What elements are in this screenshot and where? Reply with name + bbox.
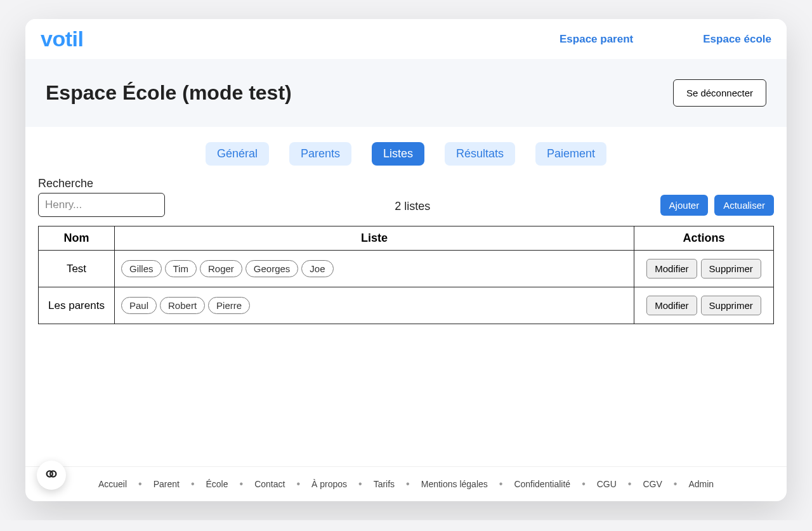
top-links: Espace parent Espace école xyxy=(560,33,771,46)
footer-separator: • xyxy=(669,478,683,490)
edit-button[interactable]: Modifier xyxy=(646,259,697,279)
row-members: PaulRobertPierre xyxy=(115,287,634,324)
footer-link[interactable]: À propos xyxy=(311,479,347,489)
member-chip: Georges xyxy=(246,260,299,277)
search-block: Recherche xyxy=(38,177,165,217)
tab-parents[interactable]: Parents xyxy=(289,142,351,166)
col-header-actions: Actions xyxy=(634,226,774,251)
controls-row: Recherche 2 listes Ajouter Actualiser xyxy=(25,177,787,226)
footer-separator: • xyxy=(353,478,367,490)
member-chip: Paul xyxy=(121,297,157,314)
col-header-list: Liste xyxy=(115,226,634,251)
footer-link[interactable]: Confidentialité xyxy=(514,479,570,489)
footer-separator: • xyxy=(401,478,415,490)
member-chip: Robert xyxy=(160,297,205,314)
row-name: Test xyxy=(39,251,115,287)
member-chip: Tim xyxy=(165,260,197,277)
row-actions: ModifierSupprimer xyxy=(634,251,774,287)
tab-général[interactable]: Général xyxy=(206,142,269,166)
footer: Accueil•Parent•École•Contact•À propos•Ta… xyxy=(25,466,787,501)
table-row: TestGillesTimRogerGeorgesJoeModifierSupp… xyxy=(39,251,774,287)
row-actions: ModifierSupprimer xyxy=(634,287,774,324)
footer-separator: • xyxy=(494,478,508,490)
logout-button[interactable]: Se déconnecter xyxy=(673,79,766,107)
footer-separator: • xyxy=(577,478,591,490)
lists-table: Nom Liste Actions TestGillesTimRogerGeor… xyxy=(38,226,774,324)
footer-separator: • xyxy=(291,478,305,490)
member-chip: Roger xyxy=(200,260,242,277)
subheader: Espace École (mode test) Se déconnecter xyxy=(25,59,787,127)
member-chip: Joe xyxy=(301,260,333,277)
row-name: Les parents xyxy=(39,287,115,324)
member-chip: Gilles xyxy=(121,260,162,277)
search-label: Recherche xyxy=(38,177,165,190)
tab-résultats[interactable]: Résultats xyxy=(445,142,515,166)
topbar: votil Espace parent Espace école xyxy=(25,19,787,59)
add-button[interactable]: Ajouter xyxy=(660,195,709,216)
col-header-name: Nom xyxy=(39,226,115,251)
footer-link[interactable]: Parent xyxy=(154,479,180,489)
footer-link[interactable]: École xyxy=(206,479,228,489)
member-chip: Pierre xyxy=(208,297,250,314)
count-text: 2 listes xyxy=(165,200,660,217)
footer-link[interactable]: Accueil xyxy=(98,479,127,489)
nav-espace-parent[interactable]: Espace parent xyxy=(560,33,633,46)
footer-link[interactable]: Tarifs xyxy=(374,479,395,489)
help-float-button[interactable] xyxy=(37,461,66,490)
footer-separator: • xyxy=(186,478,200,490)
table-wrap: Nom Liste Actions TestGillesTimRogerGeor… xyxy=(25,226,787,337)
tab-listes[interactable]: Listes xyxy=(372,142,424,166)
table-row: Les parentsPaulRobertPierreModifierSuppr… xyxy=(39,287,774,324)
action-buttons: Ajouter Actualiser xyxy=(660,195,774,217)
nav-espace-ecole[interactable]: Espace école xyxy=(703,33,771,46)
footer-separator: • xyxy=(235,478,249,490)
tabs: GénéralParentsListesRésultatsPaiement xyxy=(25,127,787,177)
footer-link[interactable]: Admin xyxy=(688,479,714,489)
footer-separator: • xyxy=(623,478,637,490)
edit-button[interactable]: Modifier xyxy=(646,296,697,315)
footer-link[interactable]: CGV xyxy=(643,479,662,489)
row-members: GillesTimRogerGeorgesJoe xyxy=(115,251,634,287)
footer-separator: • xyxy=(133,478,147,490)
page-title: Espace École (mode test) xyxy=(46,81,292,105)
footer-link[interactable]: CGU xyxy=(597,479,617,489)
delete-button[interactable]: Supprimer xyxy=(701,296,761,315)
refresh-button[interactable]: Actualiser xyxy=(714,195,774,216)
link-icon xyxy=(44,467,58,483)
search-input[interactable] xyxy=(38,193,165,217)
tab-paiement[interactable]: Paiement xyxy=(535,142,606,166)
footer-link[interactable]: Mentions légales xyxy=(421,479,488,489)
footer-link[interactable]: Contact xyxy=(254,479,285,489)
delete-button[interactable]: Supprimer xyxy=(701,259,761,279)
app-window: votil Espace parent Espace école Espace … xyxy=(25,19,787,501)
logo: votil xyxy=(41,27,83,51)
